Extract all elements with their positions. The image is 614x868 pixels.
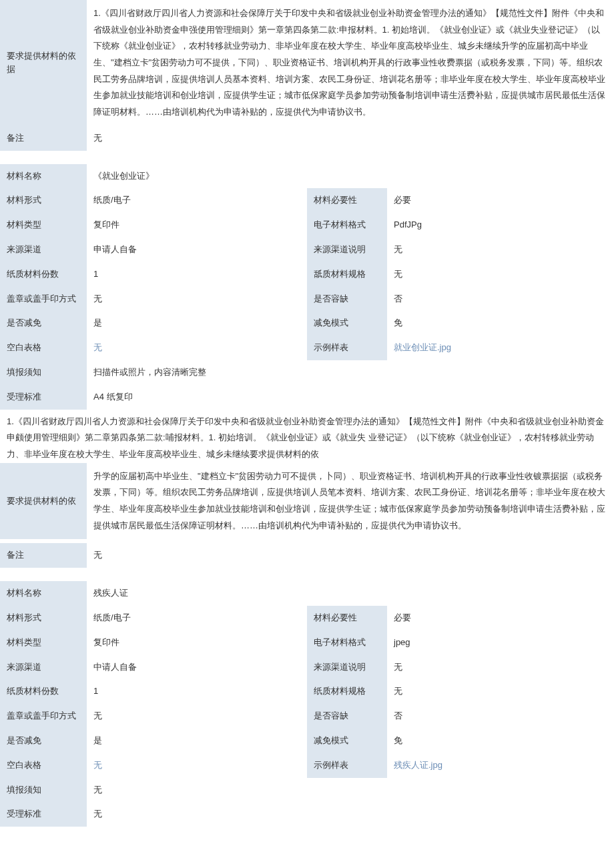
accept-label: 受理标准 (0, 385, 87, 410)
blank-link[interactable]: 无 (93, 341, 102, 355)
copies2-label: 纸质材料份数 (0, 679, 87, 704)
basis2-text-top: 1.《四川省财政厅四川省人力资源和社会保障厅关于印发中央和省级就业创业补助资金管… (0, 410, 614, 463)
type2-value: 复印件 (87, 630, 307, 655)
sample-link[interactable]: 就业创业证.jpg (394, 341, 451, 355)
blank2-label: 空白表格 (0, 753, 87, 778)
basis-label: 要求提供材料的依据 (0, 0, 87, 126)
eformat2-label: 电子材料格式 (307, 630, 387, 655)
notice-value: 扫描件或照片，内容清晰完整 (87, 360, 614, 385)
basis2-text-bottom: 升学的应届初高中毕业生、"建档立卡"贫困劳动力可不提供，卜同）、职业资格证书、培… (87, 463, 614, 540)
copies-label: 纸质材料份数 (0, 262, 87, 287)
type-value: 复印件 (87, 213, 307, 238)
eformat-label: 电子材料格式 (307, 213, 387, 238)
stamp-label: 盖章或盖手印方式 (0, 287, 87, 312)
reducemode2-label: 减免模式 (307, 729, 387, 753)
form-value: 纸质/电子 (87, 188, 307, 213)
notice2-label: 填报须知 (0, 778, 87, 803)
necessity-label: 材料必要性 (307, 188, 387, 213)
accept2-value: 无 (87, 802, 614, 827)
remark2-text: 无 (87, 543, 614, 568)
remark2-label: 备注 (0, 543, 87, 568)
allowmissing-value: 否 (387, 287, 614, 312)
eformat2-value: jpeg (387, 630, 614, 655)
spec2-value: 无 (387, 679, 614, 704)
reduce-label: 是否减免 (0, 311, 87, 336)
source-value: 申请人自备 (87, 238, 307, 262)
reducemode2-value: 免 (387, 729, 614, 753)
spec2-label: 纸质材料规格 (307, 679, 387, 704)
basis-text: 1.《四川省财政厅四川省人力资源和社会保障厅关于印发中央和省级就业创业补助资金管… (87, 0, 614, 126)
sample-label: 示例样表 (307, 336, 387, 360)
eformat-value: PdfJPg (387, 213, 614, 238)
material-name-label: 材料名称 (0, 164, 87, 189)
necessity-value: 必要 (387, 188, 614, 213)
reducemode-label: 减免模式 (307, 311, 387, 336)
accept2-label: 受理标准 (0, 802, 87, 827)
sample2-link[interactable]: 残疾人证.jpg (394, 759, 442, 773)
blank2-link[interactable]: 无 (93, 759, 102, 773)
sourcedesc2-value: 无 (387, 655, 614, 680)
sourcedesc-value: 无 (387, 238, 614, 262)
accept-value: A4 纸复印 (87, 385, 614, 410)
form2-label: 材料形式 (0, 606, 87, 630)
remark-label: 备注 (0, 126, 87, 151)
blank-label: 空白表格 (0, 336, 87, 360)
allowmissing-label: 是否容缺 (307, 287, 387, 312)
type-label: 材料类型 (0, 213, 87, 238)
spec-value: 无 (387, 262, 614, 287)
spec-label: 舐质材料规格 (307, 262, 387, 287)
sourcedesc2-label: 来源渠道说明 (307, 655, 387, 680)
type2-label: 材料类型 (0, 630, 87, 655)
remark-text: 无 (87, 126, 614, 151)
reduce-value: 是 (87, 311, 307, 336)
source-label: 来源渠道 (0, 238, 87, 262)
necessity2-label: 材料必要性 (307, 606, 387, 630)
notice-label: 填报须知 (0, 360, 87, 385)
allowmissing2-value: 否 (387, 704, 614, 729)
material-section-2: 材料名称 残疾人证 材料形式 纸质/电子 材料必要性 必要 材料类型 复印件 电… (0, 581, 614, 827)
reducemode-value: 免 (387, 311, 614, 336)
notice2-value: 无 (87, 778, 614, 803)
sample2-label: 示例样表 (307, 753, 387, 778)
copies-value: 1 (87, 262, 307, 287)
basis-section-1: 要求提供材料的依据 1.《四川省财政厅四川省人力资源和社会保障厅关于印发中央和省… (0, 0, 614, 151)
stamp2-label: 盖章或盖手印方式 (0, 704, 87, 729)
allowmissing2-label: 是否容缺 (307, 704, 387, 729)
stamp2-value: 无 (87, 704, 307, 729)
basis2-label: 要求提供材料的依 (0, 463, 87, 540)
reduce2-value: 是 (87, 729, 307, 753)
copies2-value: 1 (87, 679, 307, 704)
basis-section-2: 1.《四川省财政厅四川省人力资源和社会保障厅关于印发中央和省级就业创业补助资金管… (0, 410, 614, 568)
necessity2-value: 必要 (387, 606, 614, 630)
reduce2-label: 是否减免 (0, 729, 87, 753)
source2-value: 中请人自备 (87, 655, 307, 680)
material2-name-label: 材料名称 (0, 581, 87, 606)
material-name-value: 《就业创业证》 (87, 164, 614, 189)
material2-name-value: 残疾人证 (87, 581, 614, 606)
form2-value: 纸质/电子 (87, 606, 307, 630)
sourcedesc-label: 来源渠道说明 (307, 238, 387, 262)
stamp-value: 无 (87, 287, 307, 312)
form-label: 材料形式 (0, 188, 87, 213)
material-section-1: 材料名称 《就业创业证》 材料形式 纸质/电子 材料必要性 必要 材料类型 复印… (0, 164, 614, 410)
source2-label: 来源渠道 (0, 655, 87, 680)
